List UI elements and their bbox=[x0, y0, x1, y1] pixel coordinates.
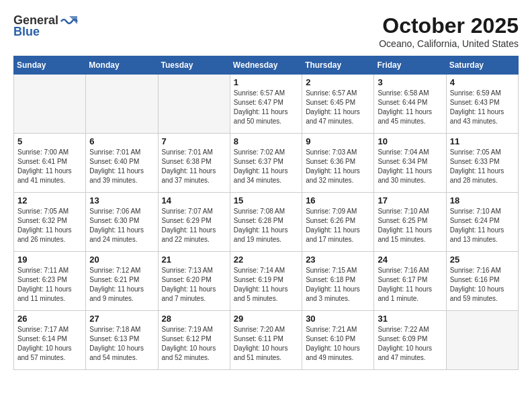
logo-blue-text: Blue bbox=[13, 25, 40, 39]
calendar-cell: 20Sunrise: 7:12 AM Sunset: 6:21 PM Dayli… bbox=[86, 252, 158, 311]
calendar-week-row: 12Sunrise: 7:05 AM Sunset: 6:32 PM Dayli… bbox=[14, 193, 519, 252]
calendar-cell: 1Sunrise: 6:57 AM Sunset: 6:47 PM Daylig… bbox=[230, 75, 302, 134]
calendar-cell: 25Sunrise: 7:16 AM Sunset: 6:16 PM Dayli… bbox=[446, 252, 518, 311]
day-number: 15 bbox=[234, 195, 298, 205]
calendar-cell: 29Sunrise: 7:20 AM Sunset: 6:11 PM Dayli… bbox=[230, 311, 302, 370]
day-number: 22 bbox=[234, 255, 298, 265]
weekday-header-thursday: Thursday bbox=[302, 56, 374, 75]
day-info: Sunrise: 7:00 AM Sunset: 6:41 PM Dayligh… bbox=[17, 148, 82, 185]
weekday-header-friday: Friday bbox=[374, 56, 446, 75]
calendar-cell: 3Sunrise: 6:58 AM Sunset: 6:44 PM Daylig… bbox=[374, 75, 446, 134]
day-info: Sunrise: 7:01 AM Sunset: 6:40 PM Dayligh… bbox=[89, 148, 154, 185]
day-number: 19 bbox=[17, 255, 82, 265]
calendar-cell: 18Sunrise: 7:10 AM Sunset: 6:24 PM Dayli… bbox=[446, 193, 518, 252]
calendar-week-row: 26Sunrise: 7:17 AM Sunset: 6:14 PM Dayli… bbox=[14, 311, 519, 370]
calendar-cell: 9Sunrise: 7:03 AM Sunset: 6:36 PM Daylig… bbox=[302, 134, 374, 193]
calendar-cell: 10Sunrise: 7:04 AM Sunset: 6:34 PM Dayli… bbox=[374, 134, 446, 193]
day-info: Sunrise: 7:14 AM Sunset: 6:19 PM Dayligh… bbox=[234, 266, 298, 304]
day-number: 14 bbox=[162, 195, 226, 205]
calendar-header: SundayMondayTuesdayWednesdayThursdayFrid… bbox=[14, 56, 519, 75]
calendar-cell: 17Sunrise: 7:10 AM Sunset: 6:25 PM Dayli… bbox=[374, 193, 446, 252]
day-info: Sunrise: 7:01 AM Sunset: 6:38 PM Dayligh… bbox=[162, 148, 226, 185]
calendar-cell: 13Sunrise: 7:06 AM Sunset: 6:30 PM Dayli… bbox=[86, 193, 158, 252]
day-number: 2 bbox=[306, 77, 370, 87]
day-info: Sunrise: 6:57 AM Sunset: 6:47 PM Dayligh… bbox=[234, 89, 298, 126]
day-number: 10 bbox=[378, 136, 442, 146]
day-number: 16 bbox=[306, 195, 370, 205]
day-number: 20 bbox=[89, 255, 154, 265]
calendar-cell: 14Sunrise: 7:07 AM Sunset: 6:29 PM Dayli… bbox=[158, 193, 230, 252]
day-info: Sunrise: 7:05 AM Sunset: 6:33 PM Dayligh… bbox=[450, 148, 515, 185]
calendar-cell: 11Sunrise: 7:05 AM Sunset: 6:33 PM Dayli… bbox=[446, 134, 518, 193]
day-info: Sunrise: 7:09 AM Sunset: 6:26 PM Dayligh… bbox=[306, 207, 370, 244]
calendar-cell: 22Sunrise: 7:14 AM Sunset: 6:19 PM Dayli… bbox=[230, 252, 302, 311]
day-number: 29 bbox=[234, 314, 298, 324]
weekday-header-sunday: Sunday bbox=[14, 56, 86, 75]
calendar-body: 1Sunrise: 6:57 AM Sunset: 6:47 PM Daylig… bbox=[14, 75, 519, 370]
weekday-header-wednesday: Wednesday bbox=[230, 56, 302, 75]
day-number: 11 bbox=[450, 136, 515, 146]
day-info: Sunrise: 7:12 AM Sunset: 6:21 PM Dayligh… bbox=[89, 266, 154, 304]
calendar-cell: 21Sunrise: 7:13 AM Sunset: 6:20 PM Dayli… bbox=[158, 252, 230, 311]
calendar-cell: 28Sunrise: 7:19 AM Sunset: 6:12 PM Dayli… bbox=[158, 311, 230, 370]
calendar-cell: 23Sunrise: 7:15 AM Sunset: 6:18 PM Dayli… bbox=[302, 252, 374, 311]
day-info: Sunrise: 7:07 AM Sunset: 6:29 PM Dayligh… bbox=[162, 207, 226, 244]
day-info: Sunrise: 7:16 AM Sunset: 6:16 PM Dayligh… bbox=[450, 266, 515, 304]
calendar-cell: 31Sunrise: 7:22 AM Sunset: 6:09 PM Dayli… bbox=[374, 311, 446, 370]
calendar-cell: 24Sunrise: 7:16 AM Sunset: 6:17 PM Dayli… bbox=[374, 252, 446, 311]
day-info: Sunrise: 7:02 AM Sunset: 6:37 PM Dayligh… bbox=[234, 148, 298, 185]
day-number: 13 bbox=[89, 195, 154, 205]
calendar-cell: 12Sunrise: 7:05 AM Sunset: 6:32 PM Dayli… bbox=[14, 193, 86, 252]
calendar-cell bbox=[158, 75, 230, 134]
day-number: 1 bbox=[234, 77, 298, 87]
day-number: 6 bbox=[89, 136, 154, 146]
day-info: Sunrise: 7:06 AM Sunset: 6:30 PM Dayligh… bbox=[89, 207, 154, 244]
calendar-cell: 8Sunrise: 7:02 AM Sunset: 6:37 PM Daylig… bbox=[230, 134, 302, 193]
day-number: 9 bbox=[306, 136, 370, 146]
day-info: Sunrise: 7:05 AM Sunset: 6:32 PM Dayligh… bbox=[17, 207, 82, 244]
day-number: 17 bbox=[378, 195, 442, 205]
day-number: 12 bbox=[17, 195, 82, 205]
day-number: 5 bbox=[17, 136, 82, 146]
calendar-week-row: 1Sunrise: 6:57 AM Sunset: 6:47 PM Daylig… bbox=[14, 75, 519, 134]
day-number: 28 bbox=[162, 314, 226, 324]
day-info: Sunrise: 7:15 AM Sunset: 6:18 PM Dayligh… bbox=[306, 266, 370, 304]
calendar-cell: 30Sunrise: 7:21 AM Sunset: 6:10 PM Dayli… bbox=[302, 311, 374, 370]
day-number: 24 bbox=[378, 255, 442, 265]
calendar-table: SundayMondayTuesdayWednesdayThursdayFrid… bbox=[13, 56, 519, 370]
day-info: Sunrise: 7:10 AM Sunset: 6:25 PM Dayligh… bbox=[378, 207, 442, 244]
day-info: Sunrise: 7:11 AM Sunset: 6:23 PM Dayligh… bbox=[17, 266, 82, 304]
day-info: Sunrise: 7:20 AM Sunset: 6:11 PM Dayligh… bbox=[234, 325, 298, 363]
weekday-header-saturday: Saturday bbox=[446, 56, 518, 75]
logo: General Blue bbox=[13, 13, 79, 39]
day-number: 23 bbox=[306, 255, 370, 265]
weekday-header-row: SundayMondayTuesdayWednesdayThursdayFrid… bbox=[14, 56, 519, 75]
calendar-week-row: 5Sunrise: 7:00 AM Sunset: 6:41 PM Daylig… bbox=[14, 134, 519, 193]
day-info: Sunrise: 7:03 AM Sunset: 6:36 PM Dayligh… bbox=[306, 148, 370, 185]
day-number: 26 bbox=[17, 314, 82, 324]
weekday-header-tuesday: Tuesday bbox=[158, 56, 230, 75]
day-info: Sunrise: 6:59 AM Sunset: 6:43 PM Dayligh… bbox=[450, 89, 515, 126]
day-number: 7 bbox=[162, 136, 226, 146]
calendar-week-row: 19Sunrise: 7:11 AM Sunset: 6:23 PM Dayli… bbox=[14, 252, 519, 311]
day-number: 25 bbox=[450, 255, 515, 265]
calendar-cell: 16Sunrise: 7:09 AM Sunset: 6:26 PM Dayli… bbox=[302, 193, 374, 252]
day-info: Sunrise: 7:13 AM Sunset: 6:20 PM Dayligh… bbox=[162, 266, 226, 304]
month-title: October 2025 bbox=[379, 13, 519, 38]
calendar-cell bbox=[446, 311, 518, 370]
day-info: Sunrise: 7:21 AM Sunset: 6:10 PM Dayligh… bbox=[306, 325, 370, 363]
day-number: 31 bbox=[378, 314, 442, 324]
day-number: 3 bbox=[378, 77, 442, 87]
calendar-cell: 6Sunrise: 7:01 AM Sunset: 6:40 PM Daylig… bbox=[86, 134, 158, 193]
day-number: 27 bbox=[89, 314, 154, 324]
day-info: Sunrise: 7:08 AM Sunset: 6:28 PM Dayligh… bbox=[234, 207, 298, 244]
calendar-cell bbox=[14, 75, 86, 134]
day-info: Sunrise: 7:19 AM Sunset: 6:12 PM Dayligh… bbox=[162, 325, 226, 363]
calendar-cell: 15Sunrise: 7:08 AM Sunset: 6:28 PM Dayli… bbox=[230, 193, 302, 252]
calendar-cell: 27Sunrise: 7:18 AM Sunset: 6:13 PM Dayli… bbox=[86, 311, 158, 370]
calendar-cell bbox=[86, 75, 158, 134]
day-number: 21 bbox=[162, 255, 226, 265]
day-info: Sunrise: 7:04 AM Sunset: 6:34 PM Dayligh… bbox=[378, 148, 442, 185]
logo-wave-icon bbox=[60, 15, 79, 27]
calendar-cell: 26Sunrise: 7:17 AM Sunset: 6:14 PM Dayli… bbox=[14, 311, 86, 370]
